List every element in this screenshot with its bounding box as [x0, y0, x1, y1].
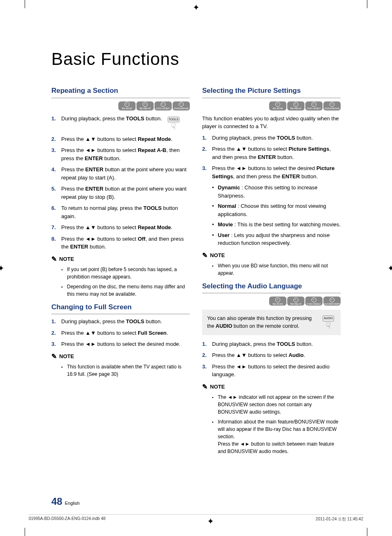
note-icon: ✎: [202, 382, 208, 392]
list-item: Dynamic : Choose this setting to increas…: [212, 184, 341, 200]
callout-box: You can also operate this function by pr…: [202, 310, 341, 335]
page: ✦ ✦ ✦ Basic Functions Repeating a Sectio…: [0, 0, 392, 536]
list-item: Movie : This is the best setting for wat…: [212, 221, 341, 229]
disc-badge: BD-RE/-R: [287, 101, 304, 110]
section-heading: Changing to Full Screen: [51, 302, 190, 315]
disc-badge: BD-ROM: [269, 101, 286, 110]
registration-mark-icon: ✦: [193, 2, 200, 12]
disc-badge: BD-RE/-R: [136, 101, 154, 110]
intro-text: This function enables you to adjust vide…: [202, 115, 341, 131]
list-item: 3.Press the ◄► buttons to select Repeat …: [51, 146, 190, 162]
note-list: If you set point (B) before 5 seconds ha…: [61, 266, 190, 298]
audio-button-icon: AUDIO☟: [321, 314, 336, 331]
section-heading: Selecting the Picture Settings: [202, 85, 341, 98]
list-item: When you use BD wise function, this menu…: [212, 262, 341, 277]
print-filename: 01995A-BD-D5500-ZA-ENG-0124.indb 48: [29, 516, 106, 526]
page-title: Basic Functions: [51, 49, 367, 69]
list-item: 5.Press the ENTER button at the point wh…: [51, 185, 190, 201]
registration-mark-icon: ✦: [387, 263, 392, 273]
page-number: 48: [51, 496, 62, 507]
page-language: English: [65, 501, 80, 506]
note-heading: ✎NOTE: [202, 382, 341, 392]
list-item: 2.Press the ▲▼ buttons to select Full Sc…: [51, 329, 190, 337]
note-list: The ◄► indicator will not appear on the …: [212, 393, 341, 455]
list-item: If you set point (B) before 5 seconds ha…: [61, 266, 190, 281]
page-footer: 48 English: [51, 496, 80, 507]
disc-badge: DivX/MKV/MP4: [323, 297, 341, 306]
disc-badge: DVD±RW/±R: [323, 101, 341, 110]
note-heading: ✎NOTE: [51, 254, 190, 264]
list-item: 3.Press the ◄► buttons to select the des…: [51, 340, 190, 348]
list-item: This function is available when the TV a…: [61, 363, 190, 378]
list-item: 6.To return to normal play, press the TO…: [51, 204, 190, 220]
step-list: 1.During playback, press the TOOLS butto…: [202, 134, 341, 181]
right-column: Selecting the Picture Settings BD-ROM BD…: [202, 81, 341, 458]
list-item: 1.During playback, press the TOOLS butto…: [202, 340, 341, 348]
list-item: 1.During playback, press the TOOLS butto…: [51, 317, 190, 326]
content-area: Basic Functions Repeating a Section BD-R…: [25, 12, 367, 458]
note-icon: ✎: [51, 254, 57, 264]
note-heading: ✎NOTE: [51, 352, 190, 361]
disc-badges: BD-ROM BD-RE/-R DVD-VIDEO DVD±RW/±R: [202, 101, 341, 110]
disc-badge: DVD±RW/±R: [173, 101, 190, 110]
list-item: Information about the main feature/BONUS…: [212, 418, 341, 455]
step-list: 1.During playback, press the TOOLS butto…: [51, 317, 190, 348]
section-heading: Repeating a Section: [51, 85, 190, 98]
disc-badges: BD-ROM BD-RE/-R DVD-VIDEO DVD±RW/±R: [51, 101, 190, 110]
list-item: 2.Press the ▲▼ buttons to select Audio.: [202, 351, 341, 359]
note-icon: ✎: [202, 251, 208, 260]
disc-badge: DVD-VIDEO: [305, 297, 323, 306]
crop-mark: [25, 0, 25, 8]
list-item: 1.During playback, press the TOOLS butto…: [202, 134, 341, 142]
crop-mark: [367, 528, 367, 536]
list-item: 8.Press the ◄► buttons to select Off, an…: [51, 235, 190, 251]
step-list: 1.During playback, press the TOOLS butto…: [202, 340, 341, 379]
list-item: 7.Press the ▲▼ buttons to select Repeat …: [51, 223, 190, 232]
list-item: 4.Press the ENTER button at the point wh…: [51, 166, 190, 182]
list-item: The ◄► indicator will not appear on the …: [212, 393, 341, 416]
disc-badge: DVD-VIDEO: [154, 101, 172, 110]
list-item: 2.Press the ▲▼ buttons to select Picture…: [202, 145, 341, 161]
note-list: When you use BD wise function, this menu…: [212, 262, 341, 277]
list-item: 2.Press the ▲▼ buttons to select Repeat …: [51, 135, 190, 143]
crop-mark: [25, 528, 25, 536]
list-item: 3.Press the ◄► buttons to select the des…: [202, 164, 341, 180]
crop-mark: [367, 0, 367, 8]
print-metadata: 01995A-BD-D5500-ZA-ENG-0124.indb 48 ✦ 20…: [29, 514, 363, 526]
list-item: 1. During playback, press the TOOLS butt…: [51, 115, 190, 132]
step-list: 1. During playback, press the TOOLS butt…: [51, 115, 190, 251]
note-heading: ✎NOTE: [202, 251, 341, 260]
list-item: Normal : Choose this setting for most vi…: [212, 202, 341, 218]
disc-badges: BD-ROM BD-RE/-R DVD-VIDEO DivX/MKV/MP4: [202, 297, 341, 306]
note-list: This function is available when the TV a…: [61, 363, 190, 378]
tools-button-icon: TOOLS☟: [166, 115, 181, 132]
bullet-list: Dynamic : Choose this setting to increas…: [212, 184, 341, 247]
print-timestamp: 2011-01-24 오전 11:45:42: [316, 516, 363, 526]
registration-mark-icon: ✦: [0, 263, 5, 273]
registration-mark-icon: ✦: [207, 516, 214, 526]
list-item: 3.Press the ◄► buttons to select the des…: [202, 363, 341, 379]
list-item: Depending on the disc, the menu items ma…: [61, 283, 190, 298]
disc-badge: DVD-VIDEO: [305, 101, 323, 110]
left-column: Repeating a Section BD-ROM BD-RE/-R DVD-…: [51, 81, 190, 458]
disc-badge: BD-ROM: [269, 297, 286, 306]
disc-badge: BD-RE/-R: [287, 297, 304, 306]
list-item: User : Lets you adjust the sharpness and…: [212, 231, 341, 247]
note-icon: ✎: [51, 352, 57, 361]
disc-badge: BD-ROM: [118, 101, 136, 110]
section-heading: Selecting the Audio Language: [202, 281, 341, 294]
